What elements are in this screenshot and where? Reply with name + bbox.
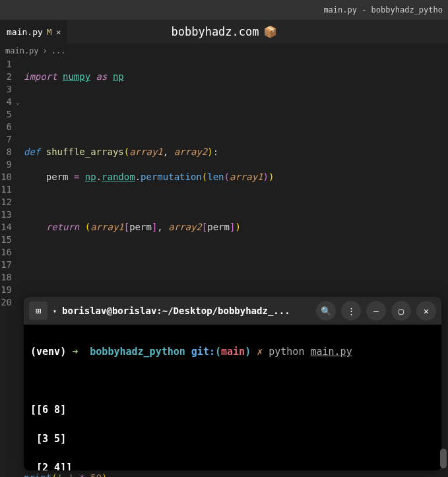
- code-line: [24, 196, 448, 208]
- line-number: 16: [0, 246, 12, 259]
- chevron-right-icon: ›: [43, 46, 48, 55]
- line-number: 20: [0, 296, 12, 309]
- maximize-icon: ▢: [399, 306, 404, 316]
- line-number: 4: [0, 96, 12, 108]
- line-number: 15: [0, 234, 12, 246]
- close-icon[interactable]: ×: [56, 27, 61, 37]
- minimize-icon: –: [373, 306, 379, 316]
- terminal-title: borislav@borislav:~/Desktop/bobbyhadz_..…: [62, 305, 311, 316]
- breadcrumb-more: ...: [51, 46, 66, 55]
- terminal-output: [2 4]]: [30, 461, 435, 470]
- breadcrumb[interactable]: main.py › ...: [0, 44, 448, 58]
- terminal-line: (venv) ➜ bobbyhadz_python git:(main) ✗ p…: [30, 344, 435, 359]
- code-line: def shuffle_arrays(array1, array2):: [24, 146, 448, 158]
- code-line: return (array1[perm], array2[perm]): [24, 221, 448, 234]
- search-icon: 🔍: [321, 306, 331, 316]
- line-number: 7: [0, 133, 12, 146]
- tab-modified-indicator: M: [47, 27, 52, 37]
- tab-main-py[interactable]: main.py M ×: [0, 20, 68, 44]
- terminal-output: [3 5]: [30, 431, 435, 446]
- line-number: 10: [0, 171, 12, 183]
- minimize-button[interactable]: –: [366, 301, 386, 321]
- line-number: 18: [0, 271, 12, 284]
- code-line: perm = np.random.permutation(len(array1)…: [24, 171, 448, 183]
- editor-tabbar: main.py M × bobbyhadz.com 📦: [0, 20, 448, 44]
- line-gutter: 1 2 3 4 5 6 7 8 9 10 11 12 13 14 15 16 1…: [0, 58, 16, 477]
- line-number: 19: [0, 284, 12, 296]
- line-number: 6: [0, 121, 12, 133]
- window-titlebar: main.py - bobbyhadz_pytho: [0, 0, 448, 20]
- maximize-button[interactable]: ▢: [391, 301, 411, 321]
- chevron-down-icon[interactable]: ⌄: [16, 96, 20, 108]
- terminal-line: [30, 373, 435, 388]
- terminal-window: ⊞ ▾ borislav@borislav:~/Desktop/bobbyhad…: [24, 297, 441, 470]
- line-number: 9: [0, 158, 12, 171]
- menu-icon: ⋮: [347, 306, 356, 316]
- close-icon: ✕: [424, 306, 429, 316]
- line-number: 5: [0, 108, 12, 121]
- code-line: import numpy as np: [24, 71, 448, 83]
- line-number: 12: [0, 196, 12, 208]
- terminal-body[interactable]: (venv) ➜ bobbyhadz_python git:(main) ✗ p…: [24, 325, 441, 470]
- code-line: [24, 121, 448, 133]
- fold-column: ⌄: [16, 58, 24, 477]
- code-line: print('-' * 50): [24, 472, 448, 477]
- line-number: 11: [0, 183, 12, 196]
- search-button[interactable]: 🔍: [316, 301, 336, 321]
- line-number: 2: [0, 71, 12, 83]
- dropdown-icon[interactable]: ▾: [53, 307, 57, 315]
- window-title: main.py - bobbyhadz_pytho: [323, 5, 443, 15]
- plus-icon: ⊞: [36, 305, 41, 316]
- line-number: 3: [0, 83, 12, 96]
- line-number: 17: [0, 259, 12, 271]
- code-line: [24, 96, 448, 108]
- code-line: [24, 271, 448, 284]
- close-button[interactable]: ✕: [416, 301, 436, 321]
- scrollbar-thumb[interactable]: [440, 449, 447, 468]
- menu-button[interactable]: ⋮: [341, 301, 361, 321]
- box-icon: 📦: [263, 25, 277, 38]
- line-number: 8: [0, 146, 12, 158]
- breadcrumb-file: main.py: [5, 46, 39, 55]
- code-line: [24, 246, 448, 259]
- line-number: 13: [0, 208, 12, 221]
- new-tab-button[interactable]: ⊞: [29, 302, 48, 320]
- terminal-output: [[6 8]: [30, 402, 435, 417]
- watermark-text: bobbyhadz.com: [171, 25, 259, 38]
- line-number: 14: [0, 221, 12, 234]
- watermark-brand: bobbyhadz.com 📦: [171, 25, 276, 38]
- tab-filename: main.py: [7, 27, 43, 37]
- line-number: 1: [0, 58, 12, 71]
- terminal-header: ⊞ ▾ borislav@borislav:~/Desktop/bobbyhad…: [24, 297, 441, 325]
